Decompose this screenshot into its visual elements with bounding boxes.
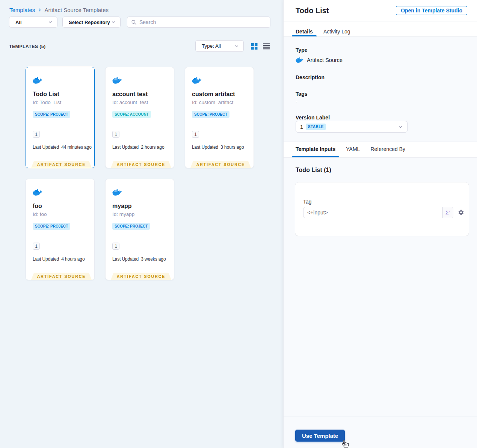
docker-icon — [112, 189, 122, 196]
version-label: Version Label — [296, 115, 465, 121]
search-icon — [131, 20, 137, 25]
template-card-account-test[interactable]: account test Id: account_test SCOPE: ACC… — [105, 67, 174, 168]
template-card-myapp[interactable]: myapp Id: myapp SCOPE: PROJECT 1 Last Up… — [105, 179, 174, 280]
tag-label: Tag — [303, 199, 312, 205]
breadcrumb: Templates Artifact Source Templates — [9, 7, 109, 13]
last-updated-value: 3 hours ago — [220, 145, 244, 150]
version-select[interactable]: 1 STABLE — [296, 121, 408, 133]
templates-grid: Todo List Id: Todo_List SCOPE: PROJECT 1… — [26, 67, 254, 280]
tag-input[interactable] — [303, 207, 442, 218]
version-count-chip: 1 — [33, 131, 40, 138]
docker-icon — [33, 77, 42, 84]
breadcrumb-templates-link[interactable]: Templates — [9, 7, 35, 13]
scope-badge: SCOPE: PROJECT — [33, 223, 70, 230]
templates-list-panel: Templates Artifact Source Templates All … — [0, 0, 283, 448]
inputs-card: Tag Σx — [295, 183, 469, 236]
card-title: custom artifact — [192, 91, 235, 98]
card-id: Id: Todo_List — [33, 100, 61, 105]
scope-badge: SCOPE: PROJECT — [192, 111, 229, 118]
type-value: Artifact Source — [307, 57, 343, 63]
tag-input-wrap: Σx — [303, 207, 453, 218]
template-details-drawer: Todo List Open in Template Studio Detail… — [283, 0, 477, 448]
card-id: Id: account_test — [112, 100, 148, 105]
scope-filter-select[interactable]: All — [9, 17, 57, 28]
drawer-header: Todo List Open in Template Studio — [284, 0, 477, 21]
gear-icon[interactable] — [458, 209, 464, 216]
drawer-tabs: Details Activity Log — [284, 21, 477, 37]
open-in-template-studio-button[interactable]: Open in Template Studio — [396, 6, 467, 15]
inputs-heading: Todo List (1) — [296, 167, 468, 173]
ribbon-label: ARTIFACT SOURCE — [196, 162, 245, 167]
last-updated-value: 3 weeks ago — [141, 256, 166, 262]
docker-icon — [296, 57, 303, 63]
card-title: Todo List — [33, 91, 59, 98]
tab-yaml[interactable]: YAML — [342, 142, 364, 157]
stable-badge: STABLE — [306, 124, 326, 130]
last-updated-label: Last Updated — [112, 256, 139, 262]
ribbon-label: ARTIFACT SOURCE — [117, 274, 166, 279]
tab-template-inputs[interactable]: Template Inputs — [292, 142, 339, 157]
card-title: account test — [112, 91, 148, 98]
ribbon-label: ARTIFACT SOURCE — [117, 162, 166, 167]
scope-badge: SCOPE: ACCOUNT — [112, 111, 151, 118]
version-count-chip: 1 — [192, 131, 199, 138]
repository-filter-value: Select Repository — [69, 20, 110, 25]
breadcrumb-chevron-icon — [38, 8, 42, 12]
search-box — [127, 17, 270, 28]
tags-value: - — [296, 99, 465, 105]
repository-filter-select[interactable]: Select Repository — [62, 17, 121, 28]
drawer-footer: Use Template — [284, 416, 477, 448]
last-updated-value: 44 minutes ago — [61, 145, 92, 150]
card-type-ribbon: ARTIFACT SOURCE — [111, 161, 171, 168]
template-card-custom-artifact[interactable]: custom artifact Id: custom_artifact SCOP… — [185, 67, 254, 168]
scope-badge: SCOPE: PROJECT — [33, 111, 70, 118]
ribbon-label: ARTIFACT SOURCE — [37, 162, 86, 167]
tags-label: Tags — [296, 91, 465, 97]
card-type-ribbon: ARTIFACT SOURCE — [190, 161, 251, 168]
card-divider — [192, 124, 248, 124]
use-template-button[interactable]: Use Template — [295, 430, 345, 442]
version-count-chip: 1 — [112, 131, 119, 138]
template-card-foo[interactable]: foo Id: foo SCOPE: PROJECT 1 Last Update… — [26, 179, 95, 280]
card-divider — [112, 236, 168, 236]
version-value: 1 — [300, 124, 303, 130]
type-filter-value: Type: All — [202, 43, 221, 49]
last-updated-label: Last Updated — [192, 145, 218, 150]
card-divider — [32, 124, 88, 124]
last-updated-label: Last Updated — [112, 145, 139, 150]
card-title: foo — [33, 203, 42, 210]
card-id: Id: custom_artifact — [192, 100, 233, 105]
expression-toggle-button[interactable]: Σx — [442, 207, 453, 218]
list-view-icon[interactable] — [263, 43, 270, 50]
card-last-updated: Last Updated 4 hours ago — [33, 256, 85, 262]
type-row: Artifact Source — [296, 57, 465, 63]
tab-activity-log[interactable]: Activity Log — [320, 21, 354, 36]
template-card-todo-list[interactable]: Todo List Id: Todo_List SCOPE: PROJECT 1… — [26, 67, 95, 168]
tab-referenced-by[interactable]: Referenced By — [367, 142, 409, 157]
chevron-down-icon — [48, 20, 53, 24]
type-label: Type — [296, 47, 465, 53]
card-id: Id: foo — [33, 211, 47, 217]
version-count-chip: 1 — [112, 243, 119, 250]
description-label: Description — [296, 74, 465, 80]
chevron-down-icon — [234, 44, 239, 48]
last-updated-value: 4 hours ago — [61, 256, 85, 262]
chevron-down-icon — [398, 125, 403, 129]
search-input[interactable] — [139, 19, 266, 25]
scope-badge: SCOPE: PROJECT — [112, 223, 150, 230]
drawer-sub-tabs: Template Inputs YAML Referenced By — [284, 142, 477, 158]
card-last-updated: Last Updated 2 hours ago — [112, 145, 164, 150]
card-last-updated: Last Updated 3 hours ago — [192, 145, 244, 150]
card-type-ribbon: ARTIFACT SOURCE — [111, 273, 171, 280]
chevron-down-icon — [111, 20, 116, 24]
card-id: Id: myapp — [112, 211, 134, 217]
breadcrumb-current: Artifact Source Templates — [44, 7, 109, 13]
tab-details[interactable]: Details — [292, 21, 317, 36]
grid-view-icon[interactable] — [251, 43, 258, 50]
card-divider — [112, 124, 168, 124]
details-section: Type Artifact Source Description Tags - … — [284, 37, 477, 142]
scope-filter-value: All — [15, 20, 22, 25]
sigma-icon: Σ — [445, 210, 449, 216]
last-updated-label: Last Updated — [33, 256, 59, 262]
type-filter-select[interactable]: Type: All — [195, 40, 244, 52]
